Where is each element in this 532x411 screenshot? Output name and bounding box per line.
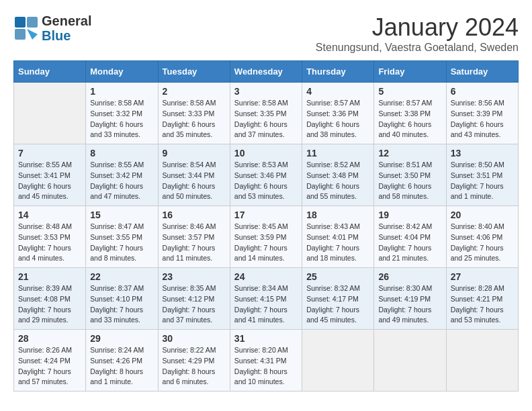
day-number: 15: [90, 210, 153, 220]
day-info: Sunrise: 8:51 AMSunset: 3:50 PMDaylight:…: [378, 160, 441, 202]
calendar-day-cell: 23Sunrise: 8:35 AMSunset: 4:12 PMDayligh…: [158, 268, 230, 330]
day-number: 8: [90, 148, 153, 158]
calendar-day-cell: 14Sunrise: 8:48 AMSunset: 3:53 PMDayligh…: [14, 206, 86, 268]
day-number: 31: [234, 333, 298, 344]
weekday-header-cell: Friday: [374, 61, 446, 83]
calendar-body: 1Sunrise: 8:58 AMSunset: 3:32 PMDaylight…: [14, 83, 519, 392]
weekday-header-cell: Tuesday: [158, 61, 230, 83]
day-info: Sunrise: 8:45 AMSunset: 3:59 PMDaylight:…: [234, 222, 298, 264]
day-number: 9: [163, 148, 226, 158]
svg-rect-1: [27, 17, 38, 28]
calendar-day-cell: [446, 330, 518, 392]
day-number: 7: [18, 148, 81, 158]
day-info: Sunrise: 8:40 AMSunset: 4:06 PMDaylight:…: [451, 222, 514, 264]
calendar-day-cell: 9Sunrise: 8:54 AMSunset: 3:44 PMDaylight…: [158, 144, 230, 206]
svg-rect-0: [15, 17, 26, 28]
day-number: 30: [163, 333, 226, 344]
calendar-day-cell: 4Sunrise: 8:57 AMSunset: 3:36 PMDaylight…: [302, 83, 374, 144]
day-number: 29: [90, 333, 153, 344]
calendar-week-row: 1Sunrise: 8:58 AMSunset: 3:32 PMDaylight…: [14, 83, 519, 144]
calendar-day-cell: 1Sunrise: 8:58 AMSunset: 3:32 PMDaylight…: [86, 83, 158, 144]
calendar-day-cell: 7Sunrise: 8:55 AMSunset: 3:41 PMDaylight…: [14, 144, 86, 206]
calendar-day-cell: 12Sunrise: 8:51 AMSunset: 3:50 PMDayligh…: [374, 144, 446, 206]
day-info: Sunrise: 8:37 AMSunset: 4:10 PMDaylight:…: [90, 283, 153, 326]
calendar-day-cell: 16Sunrise: 8:46 AMSunset: 3:57 PMDayligh…: [158, 206, 230, 268]
day-number: 10: [234, 148, 298, 158]
day-number: 3: [234, 86, 298, 97]
day-info: Sunrise: 8:55 AMSunset: 3:42 PMDaylight:…: [90, 160, 153, 202]
logo-blue: Blue: [42, 28, 91, 43]
day-number: 2: [163, 86, 226, 97]
page-header: General Blue January 2024 Stenungsund, V…: [13, 13, 519, 54]
day-number: 12: [378, 148, 441, 158]
weekday-header-cell: Wednesday: [230, 61, 302, 83]
day-info: Sunrise: 8:32 AMSunset: 4:17 PMDaylight:…: [306, 283, 369, 326]
calendar-day-cell: 28Sunrise: 8:26 AMSunset: 4:24 PMDayligh…: [14, 330, 86, 392]
calendar-day-cell: 15Sunrise: 8:47 AMSunset: 3:55 PMDayligh…: [86, 206, 158, 268]
calendar-day-cell: 26Sunrise: 8:30 AMSunset: 4:19 PMDayligh…: [374, 268, 446, 330]
day-number: 25: [306, 271, 369, 282]
calendar-day-cell: 2Sunrise: 8:58 AMSunset: 3:33 PMDaylight…: [158, 83, 230, 144]
day-info: Sunrise: 8:35 AMSunset: 4:12 PMDaylight:…: [163, 283, 226, 326]
calendar-day-cell: 22Sunrise: 8:37 AMSunset: 4:10 PMDayligh…: [86, 268, 158, 330]
calendar-week-row: 14Sunrise: 8:48 AMSunset: 3:53 PMDayligh…: [14, 206, 519, 268]
day-info: Sunrise: 8:50 AMSunset: 3:51 PMDaylight:…: [451, 160, 514, 202]
day-number: 6: [451, 86, 514, 97]
day-info: Sunrise: 8:42 AMSunset: 4:04 PMDaylight:…: [378, 222, 441, 264]
calendar-day-cell: 5Sunrise: 8:57 AMSunset: 3:38 PMDaylight…: [374, 83, 446, 144]
calendar-day-cell: 31Sunrise: 8:20 AMSunset: 4:31 PMDayligh…: [230, 330, 302, 392]
calendar-day-cell: 8Sunrise: 8:55 AMSunset: 3:42 PMDaylight…: [86, 144, 158, 206]
calendar-day-cell: 20Sunrise: 8:40 AMSunset: 4:06 PMDayligh…: [446, 206, 518, 268]
day-number: 11: [306, 148, 369, 158]
day-info: Sunrise: 8:48 AMSunset: 3:53 PMDaylight:…: [18, 222, 81, 264]
weekday-header-row: SundayMondayTuesdayWednesdayThursdayFrid…: [14, 61, 519, 83]
day-info: Sunrise: 8:55 AMSunset: 3:41 PMDaylight:…: [18, 160, 81, 202]
calendar-day-cell: [14, 83, 86, 144]
calendar-week-row: 28Sunrise: 8:26 AMSunset: 4:24 PMDayligh…: [14, 330, 519, 392]
day-info: Sunrise: 8:46 AMSunset: 3:57 PMDaylight:…: [163, 222, 226, 264]
calendar-day-cell: 27Sunrise: 8:28 AMSunset: 4:21 PMDayligh…: [446, 268, 518, 330]
day-info: Sunrise: 8:57 AMSunset: 3:38 PMDaylight:…: [378, 98, 441, 140]
day-info: Sunrise: 8:58 AMSunset: 3:32 PMDaylight:…: [90, 98, 153, 140]
day-number: 14: [18, 210, 81, 220]
calendar-day-cell: 6Sunrise: 8:56 AMSunset: 3:39 PMDaylight…: [446, 83, 518, 144]
day-number: 19: [378, 210, 441, 220]
day-info: Sunrise: 8:52 AMSunset: 3:48 PMDaylight:…: [306, 160, 369, 202]
month-title: January 2024: [316, 13, 519, 42]
calendar-day-cell: 17Sunrise: 8:45 AMSunset: 3:59 PMDayligh…: [230, 206, 302, 268]
calendar-day-cell: 24Sunrise: 8:34 AMSunset: 4:15 PMDayligh…: [230, 268, 302, 330]
logo-general: General: [42, 13, 91, 28]
day-number: 21: [18, 271, 81, 282]
day-info: Sunrise: 8:54 AMSunset: 3:44 PMDaylight:…: [163, 160, 226, 202]
day-number: 18: [306, 210, 369, 220]
day-number: 4: [306, 86, 369, 97]
calendar-day-cell: [374, 330, 446, 392]
day-info: Sunrise: 8:24 AMSunset: 4:26 PMDaylight:…: [90, 345, 153, 387]
day-info: Sunrise: 8:57 AMSunset: 3:36 PMDaylight:…: [306, 98, 369, 140]
day-info: Sunrise: 8:53 AMSunset: 3:46 PMDaylight:…: [234, 160, 298, 202]
calendar-table: SundayMondayTuesdayWednesdayThursdayFrid…: [13, 60, 519, 392]
day-number: 23: [163, 271, 226, 282]
day-info: Sunrise: 8:30 AMSunset: 4:19 PMDaylight:…: [378, 283, 441, 326]
calendar-day-cell: [302, 330, 374, 392]
day-number: 16: [163, 210, 226, 220]
svg-rect-2: [15, 29, 26, 40]
title-block: January 2024 Stenungsund, Vaestra Goetal…: [316, 13, 519, 54]
location-subtitle: Stenungsund, Vaestra Goetaland, Sweden: [316, 42, 519, 54]
day-info: Sunrise: 8:28 AMSunset: 4:21 PMDaylight:…: [451, 283, 514, 326]
calendar-week-row: 21Sunrise: 8:39 AMSunset: 4:08 PMDayligh…: [14, 268, 519, 330]
day-number: 13: [451, 148, 514, 158]
day-info: Sunrise: 8:26 AMSunset: 4:24 PMDaylight:…: [18, 345, 81, 387]
day-number: 20: [451, 210, 514, 220]
day-info: Sunrise: 8:34 AMSunset: 4:15 PMDaylight:…: [234, 283, 298, 326]
day-number: 27: [451, 271, 514, 282]
weekday-header-cell: Thursday: [302, 61, 374, 83]
day-info: Sunrise: 8:56 AMSunset: 3:39 PMDaylight:…: [451, 98, 514, 140]
calendar-day-cell: 25Sunrise: 8:32 AMSunset: 4:17 PMDayligh…: [302, 268, 374, 330]
calendar-day-cell: 21Sunrise: 8:39 AMSunset: 4:08 PMDayligh…: [14, 268, 86, 330]
calendar-day-cell: 13Sunrise: 8:50 AMSunset: 3:51 PMDayligh…: [446, 144, 518, 206]
calendar-day-cell: 19Sunrise: 8:42 AMSunset: 4:04 PMDayligh…: [374, 206, 446, 268]
day-info: Sunrise: 8:58 AMSunset: 3:35 PMDaylight:…: [234, 98, 298, 140]
day-info: Sunrise: 8:20 AMSunset: 4:31 PMDaylight:…: [234, 345, 298, 387]
day-number: 28: [18, 333, 81, 344]
